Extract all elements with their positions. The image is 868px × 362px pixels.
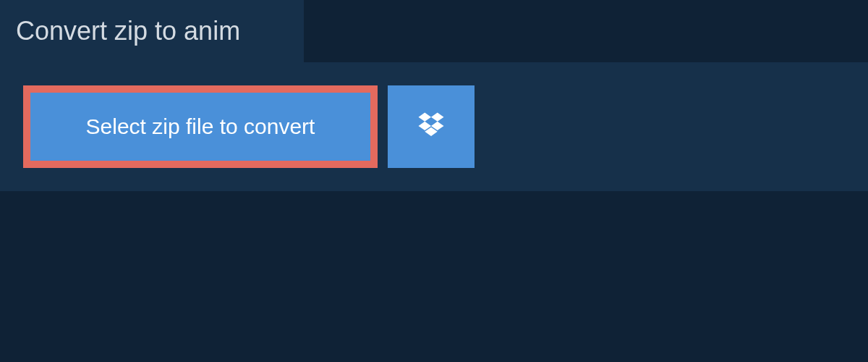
dropbox-button[interactable]: [388, 85, 475, 168]
dropbox-icon: [416, 110, 446, 143]
header-tab: Convert zip to anim: [0, 0, 304, 62]
select-file-label: Select zip file to convert: [86, 114, 315, 139]
page-title: Convert zip to anim: [16, 16, 276, 46]
button-row: Select zip file to convert: [23, 85, 845, 168]
conversion-panel: Select zip file to convert: [0, 62, 868, 191]
select-file-button[interactable]: Select zip file to convert: [23, 85, 378, 168]
